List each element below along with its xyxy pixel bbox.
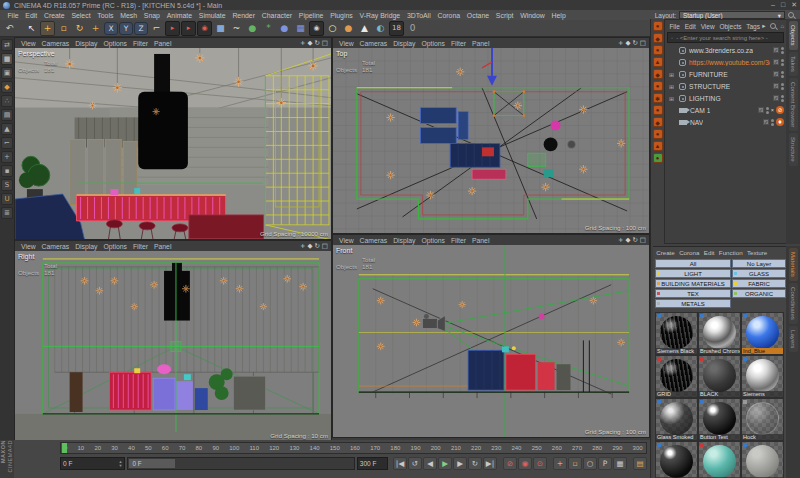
om-menu-4[interactable]: Tags: [744, 23, 763, 30]
current-frame-field[interactable]: 0 F ▲▼: [60, 457, 125, 470]
visibility-dots[interactable]: [771, 119, 774, 126]
stepper-icon[interactable]: ▲▼: [119, 460, 123, 467]
enable-checkbox[interactable]: ✓: [763, 119, 769, 125]
points-mode-icon[interactable]: ∴: [1, 95, 13, 107]
viewport-canvas-front[interactable]: [333, 245, 649, 438]
tab-takes[interactable]: Takes: [789, 52, 798, 76]
plugin-icon-10[interactable]: ●: [653, 129, 663, 139]
layer-organic[interactable]: ORGANIC: [732, 289, 786, 298]
vp-toggle-icon[interactable]: □: [640, 39, 646, 47]
layers-icon[interactable]: ≣: [1, 207, 13, 219]
vp-menu-5[interactable]: Panel: [151, 40, 174, 47]
autokey-button[interactable]: ◉: [518, 457, 532, 470]
viewport-canvas-top[interactable]: [333, 48, 649, 234]
enable-checkbox[interactable]: ✓: [773, 47, 779, 53]
vp-menu-5[interactable]: Panel: [469, 237, 492, 244]
layer-fabric[interactable]: FABRIC: [732, 279, 786, 288]
key-parameter-button[interactable]: P: [598, 457, 612, 470]
make-editable-icon[interactable]: ⇄: [1, 39, 13, 51]
frame-range-slider[interactable]: 0 F: [127, 457, 354, 470]
plugin-icon-4[interactable]: ▲: [653, 57, 663, 67]
menubar-item-4[interactable]: Tools: [94, 12, 117, 19]
plugin-icon-9[interactable]: ◆: [653, 117, 663, 127]
plugin-icon-6[interactable]: ●: [653, 81, 663, 91]
tab-coordinates[interactable]: Coordinates: [789, 283, 798, 324]
goto-start-button[interactable]: |◀: [393, 457, 407, 470]
lock-icon[interactable]: ▪: [1, 165, 13, 177]
slider-handle[interactable]: 0 F: [129, 459, 175, 468]
vp-menu-4[interactable]: Filter: [130, 40, 151, 47]
search-icon[interactable]: [788, 12, 794, 18]
key-pla-button[interactable]: ▦: [613, 457, 627, 470]
vp-menu-2[interactable]: Display: [390, 237, 418, 244]
vp-zoom-icon[interactable]: ◆: [307, 242, 312, 250]
visibility-dots[interactable]: [781, 59, 784, 66]
layer-light[interactable]: LIGHT: [655, 269, 731, 278]
toolbar-sep[interactable]: [18, 21, 23, 36]
move-icon[interactable]: +: [40, 21, 55, 36]
om-menu-1[interactable]: Edit: [682, 23, 698, 30]
window-control-2[interactable]: ✕: [791, 1, 797, 9]
viewport-top[interactable]: ViewCamerasDisplayOptionsFilterPanel +◆↻…: [332, 37, 650, 234]
vp-menu-4[interactable]: Filter: [448, 40, 469, 47]
plugin-icon-2[interactable]: ◆: [653, 33, 663, 43]
material-ind-blue[interactable]: Ind_Blue: [741, 312, 784, 355]
menubar-item-17[interactable]: Script: [492, 12, 516, 19]
vp-rotate-icon[interactable]: ↻: [314, 39, 319, 47]
vp-menu-0[interactable]: View: [336, 237, 357, 244]
object-row-cam1[interactable]: CAM 1 ✓×⊘: [665, 104, 786, 116]
solo-button[interactable]: ▤: [633, 457, 647, 470]
sky-icon[interactable]: ●: [341, 21, 356, 36]
plugin-icon-8[interactable]: ●: [653, 105, 663, 115]
vp-menu-5[interactable]: Panel: [469, 40, 492, 47]
vp-pan-icon[interactable]: +: [300, 242, 305, 250]
menubar-item-3[interactable]: Select: [68, 12, 94, 19]
visibility-dots[interactable]: [781, 95, 784, 102]
end-frame-field[interactable]: 300 F: [357, 457, 388, 470]
timeline-ruler[interactable]: 0102030405060708090100110120130140150160…: [60, 442, 647, 454]
viewport-front[interactable]: ViewCamerasDisplayOptionsFilterPanel +◆↻…: [332, 234, 650, 438]
window-control-0[interactable]: –: [771, 1, 775, 9]
om-menu-2[interactable]: View: [698, 23, 717, 30]
vp-menu-1[interactable]: Cameras: [357, 237, 391, 244]
vp-menu-3[interactable]: Options: [100, 243, 129, 250]
record-button[interactable]: ⊘: [503, 457, 517, 470]
scale-icon[interactable]: ▫: [56, 21, 71, 36]
vp-pan-icon[interactable]: +: [618, 236, 623, 244]
menubar-item-19[interactable]: Help: [548, 12, 569, 19]
menubar-item-15[interactable]: Corona: [434, 12, 463, 19]
generators-icon[interactable]: ●: [245, 21, 260, 36]
zero-label[interactable]: 0: [405, 21, 420, 36]
menubar-item-11[interactable]: Pipeline: [295, 12, 326, 19]
enable-axis-icon[interactable]: +: [1, 151, 13, 163]
last-tool-icon[interactable]: +: [88, 21, 103, 36]
mm-menu-3[interactable]: Function: [717, 249, 745, 256]
render-view-icon[interactable]: ▸: [165, 21, 180, 36]
vp-menu-1[interactable]: Cameras: [357, 40, 391, 47]
material-glass-smoked[interactable]: Glass Smoked: [655, 398, 698, 441]
vp-toggle-icon[interactable]: □: [322, 39, 328, 47]
menubar-item-13[interactable]: V-Ray Bridge: [356, 12, 403, 19]
play-button[interactable]: ▶: [438, 457, 452, 470]
vp-menu-2[interactable]: Display: [72, 40, 100, 47]
prev-key-button[interactable]: ◀: [423, 457, 437, 470]
key-scale-button[interactable]: ▫: [568, 457, 582, 470]
vp-toggle-icon[interactable]: □: [322, 242, 328, 250]
environment-icon[interactable]: ◐: [373, 21, 388, 36]
visibility-dots[interactable]: [781, 47, 784, 54]
next-key-button[interactable]: ▶: [453, 457, 467, 470]
plugin-icon-5[interactable]: ◆: [653, 69, 663, 79]
light-icon[interactable]: ○: [325, 21, 340, 36]
vp-menu-0[interactable]: View: [18, 243, 39, 250]
snap-icon[interactable]: S: [1, 179, 13, 191]
enable-checkbox[interactable]: ✓: [773, 83, 779, 89]
tab-objects[interactable]: Objects: [789, 21, 798, 50]
enable-checkbox[interactable]: ✓: [773, 59, 779, 65]
enable-checkbox[interactable]: ✓: [773, 71, 779, 77]
axis-x-button[interactable]: X: [104, 22, 118, 35]
vp-menu-3[interactable]: Options: [418, 40, 447, 47]
render-settings-icon[interactable]: ◉: [197, 21, 212, 36]
layer-nolayer[interactable]: No Layer: [732, 259, 786, 268]
menubar-item-2[interactable]: Create: [41, 12, 68, 19]
vp-menu-3[interactable]: Options: [418, 237, 447, 244]
